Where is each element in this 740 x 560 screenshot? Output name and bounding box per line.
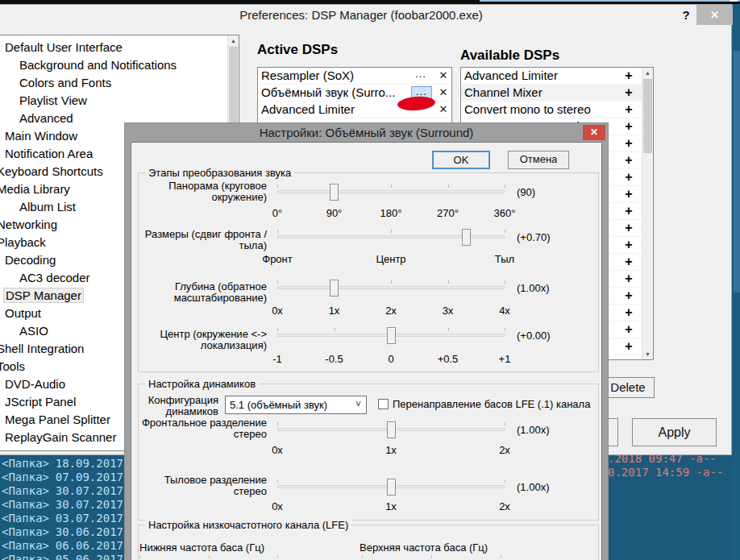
- add-dsp-icon[interactable]: +: [622, 254, 635, 270]
- speaker-config-dropdown[interactable]: 5.1 (объёмный звук) ˅: [225, 396, 367, 414]
- available-dsp-row[interactable]: Channel Mixer+: [461, 85, 642, 102]
- add-dsp-icon[interactable]: +: [622, 85, 635, 101]
- slider-tick-label: 360°: [494, 207, 516, 219]
- group-sound-stages-title: Этапы преобразования звука: [145, 167, 294, 179]
- add-dsp-icon[interactable]: +: [622, 68, 635, 84]
- add-dsp-icon[interactable]: +: [622, 186, 635, 202]
- slider-tick-label: 2x: [499, 444, 510, 456]
- folder-type: <Папка>: [2, 539, 49, 553]
- add-dsp-icon[interactable]: +: [622, 118, 635, 135]
- available-dsp-row[interactable]: Advanced Limiter+: [461, 68, 642, 85]
- sidebar-item-background-and-notifications[interactable]: Background and Notifications: [0, 56, 239, 74]
- sidebar-item-label: AC3 decoder: [18, 271, 92, 284]
- slider-tick-label: 0x: [272, 500, 283, 512]
- available-dsp-name: Channel Mixer: [461, 85, 543, 101]
- slider-thumb[interactable]: [387, 421, 396, 438]
- slider-thumb[interactable]: [387, 327, 396, 344]
- sidebar-item-label: Output: [3, 306, 43, 320]
- slider-tick-label: Фронт: [262, 253, 292, 265]
- active-dsp-name: Объёмный звук (Surro...: [258, 85, 395, 101]
- remove-dsp-icon[interactable]: ✕: [437, 68, 450, 84]
- delete-button[interactable]: Delete: [601, 377, 655, 398]
- apply-button[interactable]: Apply: [632, 418, 717, 446]
- sidebar-item-playlist-view[interactable]: Playlist View: [0, 92, 239, 110]
- slider-tick-mark: [277, 185, 278, 188]
- slider-tick-mark: [505, 230, 505, 233]
- slider-tick-mark: [277, 479, 278, 483]
- cancel-button[interactable]: Отмена: [508, 151, 569, 169]
- group-speakers-title: Настройка динамиков: [145, 378, 259, 390]
- slider-track[interactable]: [277, 235, 505, 239]
- slider-tick-mark: [277, 555, 278, 558]
- sidebar-item-label: Background and Notifications: [18, 58, 178, 72]
- folder-row: <Папка>18.09.2017: [0, 457, 125, 471]
- slider-tick-mark: [505, 479, 505, 483]
- add-dsp-icon[interactable]: +: [622, 169, 635, 185]
- add-dsp-icon[interactable]: +: [622, 305, 635, 321]
- add-dsp-icon[interactable]: +: [622, 338, 635, 355]
- slider-track[interactable]: [277, 190, 505, 193]
- sidebar-item-label: Decoding: [3, 253, 57, 267]
- slider-tick-mark: [391, 280, 392, 284]
- active-dsp-row[interactable]: Resampler (SoX)...✕: [258, 68, 451, 85]
- add-dsp-icon[interactable]: +: [622, 135, 635, 151]
- slider-value: (+0.70): [517, 231, 573, 243]
- slider-tick-label: +1: [499, 353, 511, 365]
- slider-tick-label: Центр: [376, 253, 405, 265]
- folder-type: <Папка>: [2, 553, 49, 560]
- available-dsps-header: Available DSPs: [460, 48, 559, 64]
- tree-scroll-up-icon[interactable]: ▲: [228, 35, 239, 46]
- slider-thumb[interactable]: [387, 479, 396, 496]
- background-window-right-edge: [732, 4, 740, 560]
- slider-tick-label: 4x: [499, 305, 510, 317]
- add-dsp-icon[interactable]: +: [622, 220, 635, 236]
- sidebar-item-label: Keyboard Shortcuts: [0, 164, 105, 178]
- slider-tick-mark: [505, 280, 505, 284]
- slider-track[interactable]: [277, 286, 505, 289]
- folder-type: <Папка>: [2, 457, 49, 471]
- lfe-redirect-checkbox[interactable]: [378, 399, 389, 409]
- file-manager-file-list: .2018 09:47 -a--0.2017 14:59 -a--: [608, 455, 732, 560]
- available-dsp-row[interactable]: Convert mono to stereo+: [461, 102, 642, 118]
- dialog-close-icon[interactable]: ✕: [583, 125, 605, 140]
- slider-thumb[interactable]: [462, 229, 471, 246]
- slider-tick-label: 3x: [443, 305, 454, 317]
- slider-label: Тыловое разделение стерео: [138, 475, 267, 497]
- slider-tick-mark: [505, 328, 505, 331]
- slider-thumb[interactable]: [330, 184, 339, 201]
- add-dsp-icon[interactable]: +: [622, 203, 635, 219]
- sidebar-item-label: Shell Integration: [0, 342, 85, 355]
- slider-tick-mark: [277, 230, 278, 233]
- help-icon[interactable]: ?: [678, 6, 694, 24]
- sidebar-item-label: Playback: [0, 235, 48, 249]
- preferences-window-title: Preferences: DSP Manager (foobar2000.exe…: [0, 5, 731, 25]
- slider-value: (+0.00): [517, 330, 573, 342]
- sidebar-item-label: Default User Interface: [3, 40, 124, 54]
- slider-thumb[interactable]: [330, 280, 339, 297]
- ok-button[interactable]: OK: [432, 151, 490, 169]
- slider-tick-mark: [505, 422, 505, 425]
- remove-dsp-icon[interactable]: ✕: [437, 85, 450, 101]
- slider-tick-label: -0.5: [325, 353, 343, 365]
- more-options-button[interactable]: ...: [411, 69, 430, 82]
- add-dsp-icon[interactable]: +: [622, 152, 635, 168]
- close-icon[interactable]: ✕: [696, 5, 733, 25]
- add-dsp-icon[interactable]: +: [622, 102, 635, 118]
- sidebar-item-label: Main Window: [3, 129, 79, 143]
- slider-tick-mark: [431, 555, 432, 558]
- add-dsp-icon[interactable]: +: [622, 288, 635, 304]
- available-scroll-down-icon[interactable]: ▼: [642, 349, 653, 359]
- sidebar-item-colors-and-fonts[interactable]: Colors and Fonts: [0, 74, 239, 92]
- slider-tick-mark: [505, 185, 505, 188]
- add-dsp-icon[interactable]: +: [622, 237, 635, 253]
- folder-date: 07.09.2017: [56, 471, 123, 484]
- remove-dsp-icon[interactable]: ✕: [437, 102, 450, 118]
- available-scrollbar[interactable]: ▲ ▼: [642, 68, 653, 359]
- add-dsp-icon[interactable]: +: [622, 271, 635, 287]
- add-dsp-icon[interactable]: +: [622, 321, 635, 338]
- folder-type: <Папка>: [2, 498, 49, 512]
- add-dsp-icon[interactable]: +: [622, 355, 635, 360]
- available-scroll-up-icon[interactable]: ▲: [642, 68, 653, 78]
- available-scroll-thumb[interactable]: [643, 79, 652, 153]
- sidebar-item-default-user-interface[interactable]: ◢Default User Interface: [0, 39, 239, 56]
